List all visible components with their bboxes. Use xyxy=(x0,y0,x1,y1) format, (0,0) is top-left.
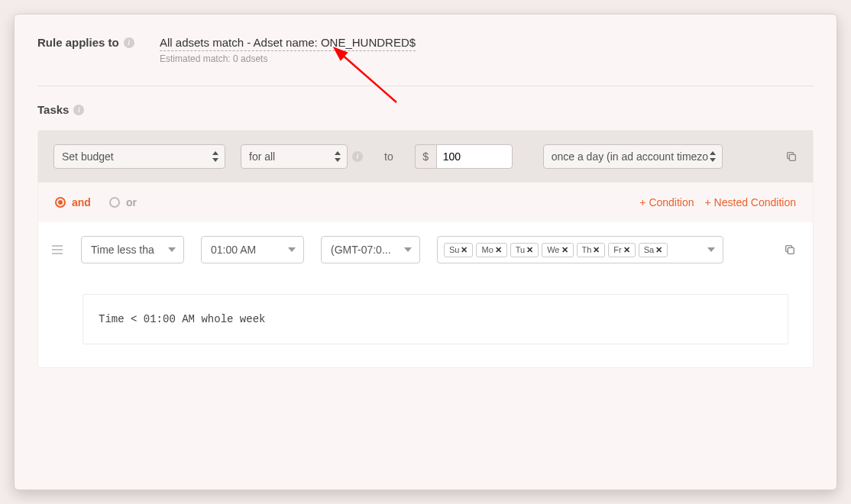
drag-handle-icon[interactable] xyxy=(52,245,64,254)
budget-input-group: $ xyxy=(415,144,513,169)
logic-or-label: or xyxy=(126,196,137,208)
day-chip[interactable]: Mo✕ xyxy=(476,243,506,257)
info-icon[interactable]: i xyxy=(73,105,84,115)
logic-or-option[interactable]: or xyxy=(109,196,137,208)
svg-rect-2 xyxy=(788,247,794,254)
updown-icon xyxy=(335,150,342,163)
chevron-down-icon xyxy=(707,247,715,252)
logic-radio-group: and or xyxy=(55,196,137,208)
action-select-value: Set budget xyxy=(62,150,114,163)
radio-icon xyxy=(109,197,120,208)
tasks-header: Tasks i xyxy=(37,103,814,116)
logic-and-label: and xyxy=(72,196,91,208)
rule-applies-label: Rule applies to i xyxy=(37,36,160,49)
day-chip[interactable]: Th✕ xyxy=(577,243,606,257)
condition-timezone-value: (GMT-07:0... xyxy=(331,244,391,256)
rule-applies-section: Rule applies to i All adsets match - Ads… xyxy=(37,36,814,64)
updown-icon xyxy=(212,150,220,163)
rule-applies-value-col: All adsets match - Adset name: ONE_HUNDR… xyxy=(160,36,416,64)
day-chip[interactable]: We✕ xyxy=(542,243,573,257)
action-select[interactable]: Set budget xyxy=(53,144,225,169)
condition-actions: + Condition + Nested Condition xyxy=(639,196,796,208)
days-multiselect[interactable]: Su✕ Mo✕ Tu✕ We✕ Th✕ Fr✕ Sa✕ xyxy=(437,236,723,263)
budget-input[interactable] xyxy=(436,144,513,169)
add-nested-condition-link[interactable]: + Nested Condition xyxy=(705,196,796,208)
currency-symbol: $ xyxy=(415,144,436,169)
estimated-match: Estimated match: 0 adsets xyxy=(160,53,416,64)
condition-field-value: Time less tha xyxy=(91,244,154,256)
schedule-select[interactable]: once a day (in ad account timezo xyxy=(543,144,723,169)
info-icon[interactable]: i xyxy=(124,37,134,48)
tasks-body: Set budget for all i to $ once a day (i xyxy=(37,130,814,368)
day-chip[interactable]: Fr✕ xyxy=(608,243,635,257)
section-divider xyxy=(37,86,814,86)
day-chip[interactable]: Sa✕ xyxy=(639,243,668,257)
schedule-select-value: once a day (in ad account timezo xyxy=(552,150,708,163)
add-condition-link[interactable]: + Condition xyxy=(639,196,694,208)
scope-select-value: for all xyxy=(249,150,275,163)
rule-applies-label-text: Rule applies to xyxy=(37,36,119,49)
svg-rect-1 xyxy=(789,154,795,160)
chevron-down-icon xyxy=(288,247,296,252)
condition-time-select[interactable]: 01:00 AM xyxy=(201,236,304,263)
task-definition-bar: Set budget for all i to $ once a day (i xyxy=(38,131,813,183)
rule-panel: Rule applies to i All adsets match - Ads… xyxy=(14,14,837,490)
condition-field-select[interactable]: Time less tha xyxy=(81,236,184,263)
scope-select[interactable]: for all xyxy=(241,144,348,169)
logic-and-option[interactable]: and xyxy=(55,196,91,208)
chevron-down-icon xyxy=(404,247,412,252)
day-chip[interactable]: Su✕ xyxy=(444,243,473,257)
chevron-down-icon xyxy=(168,247,176,252)
duplicate-task-icon[interactable] xyxy=(785,150,798,163)
day-chip[interactable]: Tu✕ xyxy=(510,243,539,257)
condition-row: Time less tha 01:00 AM (GMT-07:0... Su✕ … xyxy=(38,222,813,277)
rule-applies-value[interactable]: All adsets match - Adset name: ONE_HUNDR… xyxy=(160,36,416,51)
condition-time-value: 01:00 AM xyxy=(211,244,256,256)
condition-timezone-select[interactable]: (GMT-07:0... xyxy=(321,236,420,263)
info-icon[interactable]: i xyxy=(352,151,363,162)
condition-summary: Time < 01:00 AM whole week xyxy=(83,294,788,344)
updown-icon xyxy=(710,150,717,163)
to-label: to xyxy=(384,150,393,163)
tasks-header-text: Tasks xyxy=(37,103,69,116)
radio-icon xyxy=(55,197,66,208)
logic-bar: and or + Condition + Nested Condition xyxy=(38,183,813,222)
duplicate-condition-icon[interactable] xyxy=(784,244,796,256)
